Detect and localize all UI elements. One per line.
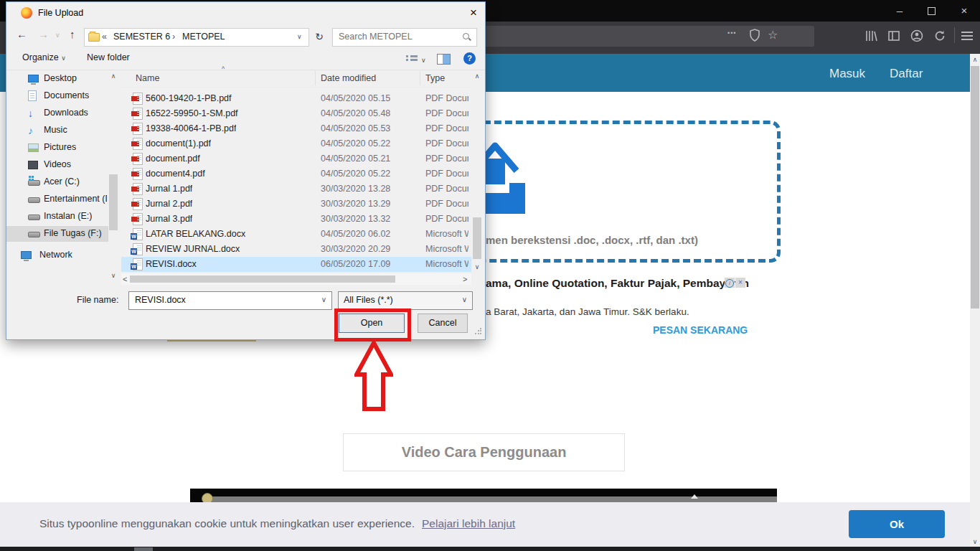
column-type[interactable]: Type [425, 73, 445, 83]
organize-button[interactable]: Organize ∨ [22, 52, 66, 62]
menu-hamburger-icon[interactable] [961, 32, 973, 33]
list-scroll-down-icon[interactable]: ∨ [472, 263, 482, 270]
page-scrollbar-thumb[interactable] [971, 66, 979, 309]
change-view-icon[interactable] [406, 55, 418, 64]
cookie-learn-more-link[interactable]: Pelajari lebih lanjut [422, 517, 515, 529]
file-row-jurnal-1-pdf[interactable]: Jurnal 1.pdf30/03/2020 13.28PDF Docume [121, 182, 471, 197]
video-section-title: Video Cara Penggunaan [343, 433, 625, 471]
column-date-modified[interactable]: Date modified [321, 73, 376, 83]
protections-shield-icon[interactable] [748, 28, 762, 42]
sidebar-item-label: Videos [44, 159, 71, 169]
pdf-file-icon [133, 183, 143, 195]
help-icon[interactable]: ? [463, 52, 476, 65]
file-name-dropdown-icon[interactable]: ∨ [321, 296, 326, 303]
masuk-link[interactable]: Masuk [829, 67, 865, 81]
sidebar-toggle-icon[interactable] [887, 29, 901, 43]
sidebar-item-downloads[interactable]: ↓Downloads [6, 105, 108, 121]
adchoices-info-icon[interactable]: i [725, 278, 735, 288]
sidebar-item-label: Entertainment (D [44, 194, 107, 204]
up-icon[interactable]: ↑ [70, 28, 75, 40]
file-type: PDF Docume [425, 108, 468, 118]
file-row-document4-pdf[interactable]: document4.pdf04/05/2020 05.22PDF Docume [121, 166, 471, 182]
search-input[interactable] [337, 31, 461, 42]
file-date-modified: 30/03/2020 13.28 [321, 184, 390, 194]
file-row-19338-40064-1-pb-pdf[interactable]: 19338-40064-1-PB.pdf04/05/2020 05.53PDF … [121, 121, 471, 136]
restore-icon[interactable] [915, 0, 947, 22]
file-type: PDF Docume [425, 184, 468, 194]
file-type-select[interactable]: All Files (*.*) ∨ [338, 291, 473, 310]
refresh-icon[interactable]: ↻ [311, 28, 328, 45]
breadcrumb-metopel[interactable]: METOPEL [182, 32, 225, 42]
list-scroll-right-icon[interactable]: > [463, 275, 467, 283]
sidebar-item-music[interactable]: ♪Music [6, 123, 108, 138]
cookie-ok-button[interactable]: Ok [849, 510, 945, 538]
breadcrumb-dropdown-icon[interactable]: ∨ [297, 33, 302, 40]
file-date-modified: 30/03/2020 13.29 [321, 199, 390, 209]
sidebar-item-label: Music [44, 125, 67, 135]
list-scrollbar-thumb[interactable] [473, 217, 481, 259]
sidebar-item-pictures[interactable]: Pictures [6, 140, 108, 156]
back-icon[interactable]: ← [17, 28, 27, 40]
file-row-revisi-docx[interactable]: REVISI.docx06/05/2020 17.09Microsoft Wo [121, 257, 471, 272]
sidebar-item-desktop[interactable]: Desktop [6, 71, 108, 87]
dialog-close-icon[interactable]: × [463, 4, 484, 22]
forward-icon[interactable]: → [38, 28, 49, 40]
sidebar-item-acer-c[interactable]: Acer (C:) [6, 174, 108, 190]
ad-close-icon[interactable]: × [735, 278, 745, 288]
file-row-jurnal-2-pdf[interactable]: Jurnal 2.pdf30/03/2020 13.29PDF Docume [121, 197, 471, 212]
view-caret-icon[interactable]: ∨ [421, 57, 426, 64]
file-name: 16522-59950-1-SM.pdf [146, 108, 238, 118]
dialog-command-bar: Organize ∨ New folder ∨ ? [6, 48, 485, 70]
breadcrumb-semester6[interactable]: SEMESTER 6 [113, 32, 170, 42]
minimize-icon[interactable]: – [884, 0, 915, 22]
bookmark-star-icon[interactable]: ☆ [768, 28, 778, 42]
scroll-up-icon[interactable]: ∧ [970, 56, 980, 63]
list-scroll-left-icon[interactable]: < [123, 275, 127, 283]
account-icon[interactable] [910, 29, 924, 43]
pesan-sekarang-link[interactable]: PESAN SEKARANG [653, 324, 748, 336]
sidebar-item-videos[interactable]: Videos [6, 157, 108, 173]
file-name-input[interactable] [133, 294, 314, 306]
preview-pane-icon[interactable] [437, 54, 451, 65]
sidebar-scroll-up-icon[interactable]: ∧ [108, 72, 118, 80]
sidebar-item-documents[interactable]: Documents [6, 88, 108, 104]
search-icon [463, 33, 471, 42]
list-scroll-up-icon[interactable]: ∧ [472, 72, 482, 80]
new-folder-button[interactable]: New folder [87, 52, 130, 62]
videos-icon [28, 159, 39, 171]
file-row-review-jurnal-docx[interactable]: REVIEW JURNAL.docx30/03/2020 20.29Micros… [121, 242, 471, 257]
file-row-jurnal-3-pdf[interactable]: Jurnal 3.pdf30/03/2020 13.32PDF Docume [121, 212, 471, 227]
scroll-down-icon[interactable]: ∨ [970, 538, 980, 545]
word-file-icon [133, 228, 143, 240]
recent-locations-icon[interactable]: ∨ [55, 32, 60, 39]
drive-icon [28, 228, 39, 240]
sidebar-item-file-tugas-f[interactable]: File Tugas (F:) [6, 226, 108, 242]
breadcrumb-chevron-icon: › [172, 32, 175, 42]
sidebar-scrollbar-thumb[interactable] [109, 174, 118, 230]
resize-grip[interactable] [474, 328, 481, 335]
sidebar-item-network[interactable]: Network [6, 248, 108, 263]
open-button[interactable]: Open [339, 314, 405, 333]
library-icon[interactable] [864, 29, 878, 43]
breadcrumb[interactable]: « SEMESTER 6 › METOPEL ∨ [84, 28, 309, 47]
extension-sync-icon[interactable] [933, 29, 947, 43]
file-row-16522-59950-1-sm-pdf[interactable]: 16522-59950-1-SM.pdf04/05/2020 05.48PDF … [121, 106, 471, 121]
page-actions-icon[interactable]: ••• [727, 29, 736, 37]
file-type: PDF Docume [425, 123, 468, 133]
daftar-link[interactable]: Daftar [890, 67, 923, 81]
music-icon: ♪ [28, 125, 39, 136]
browser-close-icon[interactable]: × [948, 0, 980, 22]
file-row-document-pdf[interactable]: document.pdf04/05/2020 05.21PDF Docume [121, 151, 471, 166]
list-hscrollbar-thumb[interactable] [130, 276, 395, 283]
sidebar-item-instalan-e[interactable]: Instalan (E:) [6, 209, 108, 225]
pdf-file-icon [133, 153, 143, 165]
sidebar-item-entertainment-d[interactable]: Entertainment (D [6, 192, 108, 207]
file-row-document-1-pdf[interactable]: document(1).pdf04/05/2020 05.22PDF Docum… [121, 136, 471, 151]
column-name[interactable]: Name [136, 73, 159, 83]
file-type-value: All Files (*.*) [344, 295, 393, 305]
file-row-5600-19420-1-pb-pdf[interactable]: 5600-19420-1-PB.pdf04/05/2020 05.15PDF D… [121, 91, 471, 106]
pdf-file-icon [133, 93, 143, 105]
file-row-latar-belakang-docx[interactable]: LATAR BELAKANG.docx04/05/2020 06.02Micro… [121, 227, 471, 242]
cancel-button[interactable]: Cancel [418, 314, 468, 333]
sidebar-scroll-down-icon[interactable]: ∨ [108, 272, 118, 279]
